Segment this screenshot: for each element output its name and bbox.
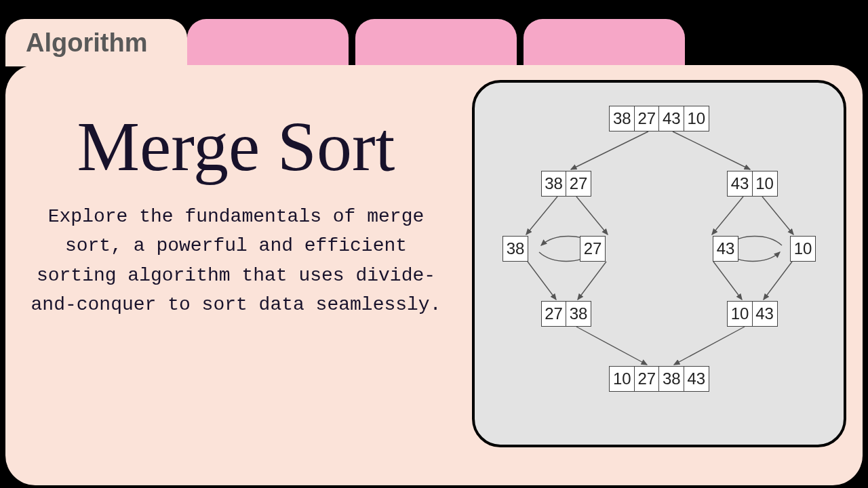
cell: 38 [502,236,528,262]
tab-algorithm[interactable]: Algorithm [5,19,187,66]
cell: 38 [658,366,684,392]
page-title: Merge Sort [19,111,453,182]
tab-algorithm-label: Algorithm [26,28,147,58]
svg-line-11 [674,327,745,365]
cell: 10 [727,301,753,327]
cell: 38 [566,301,591,327]
cell: 10 [752,171,778,197]
cell: 43 [684,366,709,392]
cell: 27 [541,301,567,327]
svg-line-10 [576,327,647,365]
cell: 27 [634,366,660,392]
cell: 43 [713,236,738,262]
svg-line-2 [526,197,557,235]
slide: Algorithm Merge Sort Explore the fundame… [0,0,868,488]
svg-line-4 [712,197,743,235]
svg-line-0 [571,131,648,169]
svg-line-7 [578,262,606,300]
text-column: Merge Sort Explore the fundamentals of m… [19,92,453,320]
tab-2[interactable] [187,19,349,66]
cell: 38 [609,106,635,131]
diagram-row-2: 38 27 43 10 [475,171,844,197]
svg-line-3 [576,197,608,235]
diagram-row-5: 10 27 38 43 [475,366,844,392]
tab-3[interactable] [355,19,517,66]
page-description: Explore the fundamentals of merge sort, … [19,202,453,320]
svg-line-5 [762,197,793,235]
diagram-row-4: 27 38 10 43 [475,301,844,327]
svg-line-9 [764,262,792,300]
cell: 43 [752,301,778,327]
tab-4[interactable] [524,19,685,66]
cell: 43 [727,171,753,197]
cell: 10 [684,106,709,131]
merge-sort-diagram: 38 27 43 10 38 27 43 10 [472,80,846,447]
cell: 43 [658,106,684,131]
cell: 27 [634,106,660,131]
cell: 38 [541,171,567,197]
cell: 10 [609,366,635,392]
svg-line-8 [713,262,742,300]
diagram-arrows [475,83,846,447]
cell: 27 [566,171,591,197]
content-card: Merge Sort Explore the fundamentals of m… [5,65,863,485]
diagram-row-1: 38 27 43 10 [475,106,844,131]
cell: 10 [790,236,816,262]
cell: 27 [580,236,606,262]
diagram-row-3: 38 27 43 10 [475,236,844,262]
svg-line-6 [528,262,556,300]
svg-line-1 [673,131,750,169]
